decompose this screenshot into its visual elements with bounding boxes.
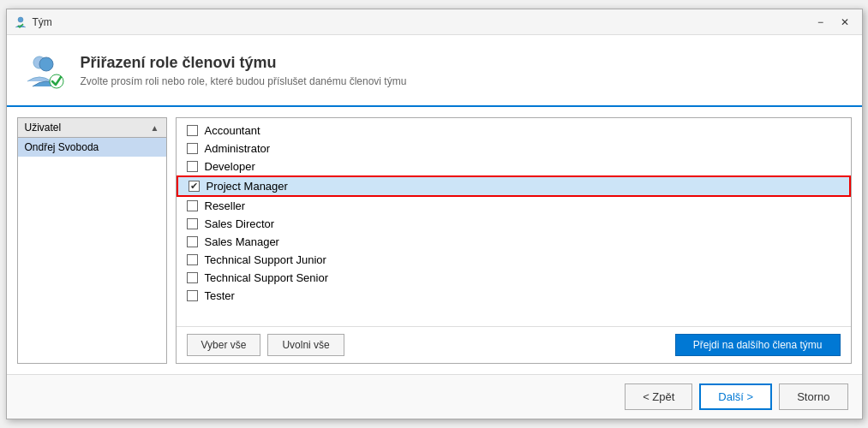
role-item-sales-manager[interactable]: Sales Manager xyxy=(177,233,851,251)
checkbox-accountant[interactable] xyxy=(187,125,198,136)
content-area: Uživatel ▲ Ondřej Svoboda AccountantAdmi… xyxy=(7,107,862,374)
role-item-sales-director[interactable]: Sales Director xyxy=(177,215,851,233)
svg-point-0 xyxy=(18,17,23,22)
window-title: Tým xyxy=(33,16,52,28)
role-label-developer: Developer xyxy=(205,160,255,173)
role-label-reseller: Reseller xyxy=(205,199,246,212)
dialog-subtitle: Zvolte prosím roli nebo role, které budo… xyxy=(81,75,407,87)
roles-panel: AccountantAdministratorDeveloper✔Project… xyxy=(176,117,852,364)
minimize-button[interactable]: − xyxy=(811,14,831,31)
role-item-technical-support-senior[interactable]: Technical Support Senior xyxy=(177,269,851,287)
cancel-button[interactable]: Storno xyxy=(779,383,847,410)
roles-footer: Vyber vše Uvolni vše Přejdi na dalšího č… xyxy=(177,326,851,363)
role-item-developer[interactable]: Developer xyxy=(177,158,851,175)
title-bar: Tým − ✕ xyxy=(7,9,862,35)
user-column-label: Uživatel xyxy=(25,122,62,134)
checkbox-project-manager[interactable]: ✔ xyxy=(189,181,200,192)
user-list: Ondřej Svoboda xyxy=(18,138,166,363)
role-label-project-manager: Project Manager xyxy=(207,180,288,193)
title-controls: − ✕ xyxy=(811,14,855,31)
role-label-technical-support-junior: Technical Support Junior xyxy=(205,253,326,266)
role-item-accountant[interactable]: Accountant xyxy=(177,122,851,140)
dialog-title: Přiřazení role členovi týmu xyxy=(81,54,407,72)
close-button[interactable]: ✕ xyxy=(835,14,855,31)
role-label-accountant: Accountant xyxy=(205,124,260,137)
checkbox-sales-manager[interactable] xyxy=(187,236,198,247)
role-label-administrator: Administrator xyxy=(205,142,271,155)
checkbox-technical-support-junior[interactable] xyxy=(187,254,198,265)
title-bar-left: Tým xyxy=(14,15,52,29)
checkbox-technical-support-senior[interactable] xyxy=(187,272,198,283)
checkbox-reseller[interactable] xyxy=(187,200,198,211)
role-label-sales-director: Sales Director xyxy=(205,217,275,230)
header-icon xyxy=(24,49,67,92)
user-item[interactable]: Ondřej Svoboda xyxy=(18,138,166,157)
role-label-technical-support-senior: Technical Support Senior xyxy=(205,271,329,284)
back-button[interactable]: < Zpět xyxy=(625,383,692,410)
select-all-button[interactable]: Vyber vše xyxy=(187,334,261,356)
sort-arrow-icon: ▲ xyxy=(151,123,159,133)
role-item-technical-support-junior[interactable]: Technical Support Junior xyxy=(177,251,851,269)
next-button[interactable]: Další > xyxy=(699,383,772,410)
dialog-footer: < Zpět Další > Storno xyxy=(7,374,862,419)
role-item-tester[interactable]: Tester xyxy=(177,287,851,305)
user-panel-header: Uživatel ▲ xyxy=(18,118,166,138)
release-all-button[interactable]: Uvolni vše xyxy=(267,334,344,356)
next-member-button[interactable]: Přejdi na dalšího člena týmu xyxy=(675,334,841,356)
role-item-project-manager[interactable]: ✔Project Manager xyxy=(177,175,851,197)
svg-point-2 xyxy=(39,57,53,71)
role-label-tester: Tester xyxy=(205,289,235,302)
checkbox-tester[interactable] xyxy=(187,290,198,301)
dialog-header: Přiřazení role členovi týmu Zvolte prosí… xyxy=(7,35,862,107)
role-item-reseller[interactable]: Reseller xyxy=(177,197,851,215)
main-window: Tým − ✕ Přiřazení role členovi týmu Zvol… xyxy=(6,9,863,419)
header-text: Přiřazení role členovi týmu Zvolte prosí… xyxy=(81,54,407,87)
checkbox-sales-director[interactable] xyxy=(187,218,198,229)
window-icon xyxy=(14,15,27,29)
checkbox-administrator[interactable] xyxy=(187,143,198,154)
roles-list: AccountantAdministratorDeveloper✔Project… xyxy=(177,118,851,326)
role-item-administrator[interactable]: Administrator xyxy=(177,140,851,158)
checkbox-developer[interactable] xyxy=(187,161,198,172)
user-panel: Uživatel ▲ Ondřej Svoboda xyxy=(17,117,167,364)
role-label-sales-manager: Sales Manager xyxy=(205,235,279,248)
